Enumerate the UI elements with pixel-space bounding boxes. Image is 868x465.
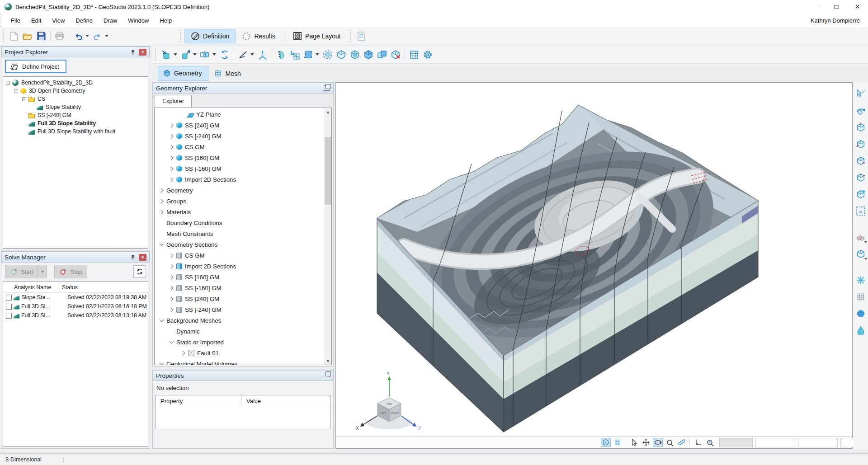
stop-button[interactable]: Stop (54, 265, 87, 278)
select-cursor-icon[interactable] (629, 438, 639, 447)
draw-points-icon[interactable] (160, 48, 173, 61)
analysis-report-icon[interactable] (354, 29, 368, 43)
menu-item[interactable]: Window (123, 15, 154, 26)
project-tree-item[interactable]: BenchedPit_Stability_2D_3D (3, 79, 148, 87)
chevron-icon[interactable] (159, 199, 164, 204)
analysis-row[interactable]: Full 3D Sl... Solved 02/21/2023 06:16:18… (3, 302, 148, 311)
undo-icon[interactable] (71, 29, 85, 43)
rotate-geometry-icon[interactable] (218, 48, 231, 61)
analysis-row[interactable]: Full 3D Sl... Solved 02/22/2023 08:13:18… (3, 311, 148, 320)
chevron-icon[interactable] (169, 286, 174, 291)
geometry-tree-item[interactable]: Static or Imported (155, 337, 324, 348)
properties-header[interactable]: Properties (153, 370, 333, 381)
chevron-icon[interactable] (169, 123, 174, 128)
erase-tool-icon[interactable] (855, 232, 866, 243)
chevron-icon[interactable] (169, 177, 174, 182)
chevron-icon[interactable] (169, 155, 174, 160)
close-panel-icon[interactable]: x (139, 49, 146, 56)
view-front-cube-icon[interactable] (855, 139, 866, 150)
project-tree-item[interactable]: 3D Open Pit Geometry (3, 87, 148, 95)
sphere-in-cube-icon[interactable] (348, 48, 362, 61)
analysis-checkbox[interactable] (6, 313, 12, 319)
geometry-tree-item[interactable]: Boundary Conditions (155, 217, 324, 228)
expander-icon[interactable] (6, 81, 10, 85)
new-file-icon[interactable] (7, 29, 21, 43)
orbit-view-icon[interactable] (855, 105, 866, 116)
chevron-icon[interactable] (159, 318, 164, 323)
toolbar-drag-handle[interactable] (350, 30, 352, 42)
open-file-icon[interactable] (21, 29, 34, 43)
settings-gear-icon[interactable] (421, 48, 434, 61)
page-layout-button[interactable]: Page Layout (287, 29, 347, 43)
dropdown-icon[interactable] (864, 241, 867, 243)
minimize-button[interactable] (806, 0, 826, 14)
geometry-tree-item[interactable]: SS [-160] GM (155, 282, 324, 293)
start-button[interactable]: Start (5, 265, 38, 278)
float-panel-icon[interactable] (324, 373, 330, 378)
project-explorer-header[interactable]: Project Explorer x (1, 47, 150, 57)
analysis-checkbox[interactable] (6, 304, 12, 310)
project-tree-item[interactable]: Slope Stability (3, 103, 148, 111)
view-top-cube-icon[interactable] (855, 122, 866, 133)
mirror-geometry-icon[interactable] (198, 48, 212, 61)
merge-volumes-icon[interactable] (375, 48, 389, 61)
zoom-extents-pointer-icon[interactable] (855, 89, 866, 99)
extrude-volume-icon[interactable] (335, 48, 348, 61)
start-dropdown-icon[interactable] (38, 265, 47, 278)
chevron-icon[interactable] (169, 166, 174, 171)
draw-compass-icon[interactable] (236, 48, 250, 61)
mesh-grid-toggle-icon[interactable] (855, 291, 866, 302)
chevron-icon[interactable] (159, 210, 164, 215)
save-file-icon[interactable] (34, 29, 48, 43)
delete-volume-icon[interactable] (389, 48, 402, 61)
pan-tool-icon[interactable] (641, 438, 651, 447)
geometry-tree-item[interactable]: SS [160] GM (155, 272, 324, 282)
zoom-tool-icon[interactable] (665, 438, 675, 447)
chevron-icon[interactable] (159, 231, 164, 236)
move-axes-icon[interactable] (256, 48, 269, 61)
geometry-explorer-header[interactable]: Geometry Explorer (153, 83, 333, 94)
column-analysis-name[interactable]: Analysis Name (3, 282, 58, 292)
water-content-display-icon[interactable] (855, 325, 866, 336)
geometry-tree-item[interactable]: SS [240] GM (155, 120, 324, 131)
geometry-tree-item[interactable]: Import 2D Sections (155, 261, 324, 272)
isometric-view-icon[interactable] (855, 189, 866, 200)
geometry-tree-item[interactable]: Mesh Constraints (155, 228, 324, 239)
menu-item[interactable]: Define (71, 15, 98, 26)
draw-points-dropdown-icon[interactable] (174, 53, 177, 56)
swivel-view-icon[interactable] (321, 48, 335, 61)
viewport-3d-model[interactable]: TOP LEFT FRONT Y X Z (336, 83, 852, 436)
define-project-button[interactable]: Define Project (5, 60, 66, 73)
geometry-tree-item[interactable]: CS GM (155, 141, 324, 152)
chevron-icon[interactable] (169, 264, 174, 269)
solid-cube-icon[interactable] (362, 48, 375, 61)
geometry-tree-item[interactable]: Dynamic (155, 326, 324, 337)
chevron-icon[interactable] (169, 340, 174, 345)
draw-surfaces-dropdown-icon[interactable] (316, 53, 319, 56)
refresh-button[interactable] (133, 265, 146, 278)
column-status[interactable]: Status (58, 284, 78, 291)
auto-apply-toggle-icon[interactable]: A (601, 438, 611, 447)
tab-geometry[interactable]: Geometry (158, 66, 208, 81)
scroll-up-icon[interactable]: ▲ (324, 108, 332, 116)
project-tree-item[interactable]: SS [-240] GM (3, 111, 148, 119)
orbit-tool-icon[interactable] (653, 438, 663, 447)
zoom-window-icon[interactable] (705, 438, 715, 447)
chevron-icon[interactable] (159, 362, 164, 366)
mesh-view-icon[interactable] (407, 48, 421, 61)
chevron-icon[interactable] (159, 221, 164, 225)
draw-regions-icon[interactable] (179, 48, 193, 61)
geometry-tree-item[interactable]: SS [-160] GM (155, 163, 324, 174)
close-button[interactable]: × (847, 0, 868, 14)
snap-points-icon[interactable] (855, 275, 866, 286)
chevron-icon[interactable] (181, 351, 186, 356)
chevron-icon[interactable] (169, 253, 174, 258)
redo-dropdown-icon[interactable] (105, 35, 108, 37)
orientation-gizmo[interactable]: TOP LEFT FRONT Y X Z (356, 371, 421, 431)
measure-tool-icon[interactable] (676, 438, 686, 447)
results-mode-button[interactable]: Results (236, 29, 282, 43)
print-icon[interactable] (53, 29, 66, 43)
toolbar-drag-handle[interactable] (155, 49, 157, 61)
menu-item[interactable]: Help (155, 15, 177, 26)
draw-surface-points-icon[interactable] (274, 48, 288, 61)
